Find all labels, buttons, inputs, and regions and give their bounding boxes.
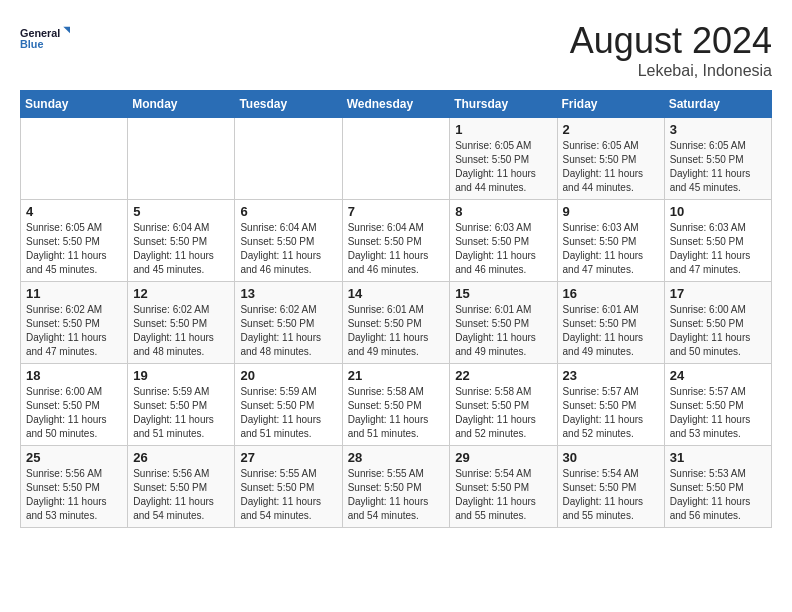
weekday-header-tuesday: Tuesday xyxy=(235,91,342,118)
day-number: 29 xyxy=(455,450,551,465)
weekday-header-wednesday: Wednesday xyxy=(342,91,450,118)
calendar-cell: 27Sunrise: 5:55 AM Sunset: 5:50 PM Dayli… xyxy=(235,446,342,528)
calendar-cell: 4Sunrise: 6:05 AM Sunset: 5:50 PM Daylig… xyxy=(21,200,128,282)
title-block: August 2024 Lekebai, Indonesia xyxy=(570,20,772,80)
day-info: Sunrise: 6:04 AM Sunset: 5:50 PM Dayligh… xyxy=(133,221,229,277)
calendar-cell: 22Sunrise: 5:58 AM Sunset: 5:50 PM Dayli… xyxy=(450,364,557,446)
day-info: Sunrise: 6:05 AM Sunset: 5:50 PM Dayligh… xyxy=(563,139,659,195)
calendar-cell: 20Sunrise: 5:59 AM Sunset: 5:50 PM Dayli… xyxy=(235,364,342,446)
calendar-cell xyxy=(128,118,235,200)
day-info: Sunrise: 5:54 AM Sunset: 5:50 PM Dayligh… xyxy=(563,467,659,523)
day-info: Sunrise: 6:02 AM Sunset: 5:50 PM Dayligh… xyxy=(133,303,229,359)
day-number: 3 xyxy=(670,122,766,137)
weekday-header-friday: Friday xyxy=(557,91,664,118)
day-number: 16 xyxy=(563,286,659,301)
day-number: 2 xyxy=(563,122,659,137)
calendar-cell xyxy=(21,118,128,200)
day-number: 27 xyxy=(240,450,336,465)
weekday-header-row: SundayMondayTuesdayWednesdayThursdayFrid… xyxy=(21,91,772,118)
day-info: Sunrise: 5:58 AM Sunset: 5:50 PM Dayligh… xyxy=(348,385,445,441)
day-info: Sunrise: 5:54 AM Sunset: 5:50 PM Dayligh… xyxy=(455,467,551,523)
day-number: 1 xyxy=(455,122,551,137)
calendar-cell: 18Sunrise: 6:00 AM Sunset: 5:50 PM Dayli… xyxy=(21,364,128,446)
day-number: 12 xyxy=(133,286,229,301)
day-number: 17 xyxy=(670,286,766,301)
calendar-week-2: 4Sunrise: 6:05 AM Sunset: 5:50 PM Daylig… xyxy=(21,200,772,282)
day-info: Sunrise: 6:03 AM Sunset: 5:50 PM Dayligh… xyxy=(455,221,551,277)
calendar-cell: 21Sunrise: 5:58 AM Sunset: 5:50 PM Dayli… xyxy=(342,364,450,446)
day-info: Sunrise: 5:55 AM Sunset: 5:50 PM Dayligh… xyxy=(348,467,445,523)
day-info: Sunrise: 6:02 AM Sunset: 5:50 PM Dayligh… xyxy=(240,303,336,359)
calendar-cell: 7Sunrise: 6:04 AM Sunset: 5:50 PM Daylig… xyxy=(342,200,450,282)
calendar-cell: 5Sunrise: 6:04 AM Sunset: 5:50 PM Daylig… xyxy=(128,200,235,282)
logo: General Blue xyxy=(20,20,70,60)
day-info: Sunrise: 5:53 AM Sunset: 5:50 PM Dayligh… xyxy=(670,467,766,523)
day-number: 26 xyxy=(133,450,229,465)
calendar-cell: 6Sunrise: 6:04 AM Sunset: 5:50 PM Daylig… xyxy=(235,200,342,282)
calendar-cell: 10Sunrise: 6:03 AM Sunset: 5:50 PM Dayli… xyxy=(664,200,771,282)
calendar-week-5: 25Sunrise: 5:56 AM Sunset: 5:50 PM Dayli… xyxy=(21,446,772,528)
weekday-header-saturday: Saturday xyxy=(664,91,771,118)
calendar-cell: 19Sunrise: 5:59 AM Sunset: 5:50 PM Dayli… xyxy=(128,364,235,446)
calendar-cell: 30Sunrise: 5:54 AM Sunset: 5:50 PM Dayli… xyxy=(557,446,664,528)
day-number: 7 xyxy=(348,204,445,219)
calendar-cell: 24Sunrise: 5:57 AM Sunset: 5:50 PM Dayli… xyxy=(664,364,771,446)
logo-svg: General Blue xyxy=(20,20,70,60)
day-info: Sunrise: 6:03 AM Sunset: 5:50 PM Dayligh… xyxy=(563,221,659,277)
day-info: Sunrise: 6:05 AM Sunset: 5:50 PM Dayligh… xyxy=(455,139,551,195)
svg-text:General: General xyxy=(20,27,60,39)
day-number: 31 xyxy=(670,450,766,465)
day-info: Sunrise: 5:59 AM Sunset: 5:50 PM Dayligh… xyxy=(133,385,229,441)
weekday-header-thursday: Thursday xyxy=(450,91,557,118)
calendar-cell: 23Sunrise: 5:57 AM Sunset: 5:50 PM Dayli… xyxy=(557,364,664,446)
calendar-cell: 17Sunrise: 6:00 AM Sunset: 5:50 PM Dayli… xyxy=(664,282,771,364)
calendar-cell: 15Sunrise: 6:01 AM Sunset: 5:50 PM Dayli… xyxy=(450,282,557,364)
day-info: Sunrise: 6:02 AM Sunset: 5:50 PM Dayligh… xyxy=(26,303,122,359)
month-title: August 2024 xyxy=(570,20,772,62)
calendar-cell: 1Sunrise: 6:05 AM Sunset: 5:50 PM Daylig… xyxy=(450,118,557,200)
calendar-cell: 26Sunrise: 5:56 AM Sunset: 5:50 PM Dayli… xyxy=(128,446,235,528)
day-number: 25 xyxy=(26,450,122,465)
calendar-cell xyxy=(235,118,342,200)
day-info: Sunrise: 6:00 AM Sunset: 5:50 PM Dayligh… xyxy=(26,385,122,441)
day-info: Sunrise: 6:00 AM Sunset: 5:50 PM Dayligh… xyxy=(670,303,766,359)
day-number: 9 xyxy=(563,204,659,219)
day-number: 23 xyxy=(563,368,659,383)
calendar-cell: 12Sunrise: 6:02 AM Sunset: 5:50 PM Dayli… xyxy=(128,282,235,364)
calendar-cell: 31Sunrise: 5:53 AM Sunset: 5:50 PM Dayli… xyxy=(664,446,771,528)
weekday-header-monday: Monday xyxy=(128,91,235,118)
day-number: 19 xyxy=(133,368,229,383)
calendar-cell: 8Sunrise: 6:03 AM Sunset: 5:50 PM Daylig… xyxy=(450,200,557,282)
day-number: 8 xyxy=(455,204,551,219)
calendar-cell xyxy=(342,118,450,200)
day-info: Sunrise: 5:58 AM Sunset: 5:50 PM Dayligh… xyxy=(455,385,551,441)
day-info: Sunrise: 6:01 AM Sunset: 5:50 PM Dayligh… xyxy=(455,303,551,359)
day-info: Sunrise: 5:57 AM Sunset: 5:50 PM Dayligh… xyxy=(670,385,766,441)
day-number: 30 xyxy=(563,450,659,465)
day-number: 24 xyxy=(670,368,766,383)
day-number: 20 xyxy=(240,368,336,383)
day-info: Sunrise: 5:56 AM Sunset: 5:50 PM Dayligh… xyxy=(26,467,122,523)
day-number: 18 xyxy=(26,368,122,383)
calendar-table: SundayMondayTuesdayWednesdayThursdayFrid… xyxy=(20,90,772,528)
calendar-cell: 28Sunrise: 5:55 AM Sunset: 5:50 PM Dayli… xyxy=(342,446,450,528)
day-info: Sunrise: 6:03 AM Sunset: 5:50 PM Dayligh… xyxy=(670,221,766,277)
calendar-cell: 13Sunrise: 6:02 AM Sunset: 5:50 PM Dayli… xyxy=(235,282,342,364)
day-number: 15 xyxy=(455,286,551,301)
calendar-week-1: 1Sunrise: 6:05 AM Sunset: 5:50 PM Daylig… xyxy=(21,118,772,200)
weekday-header-sunday: Sunday xyxy=(21,91,128,118)
calendar-cell: 29Sunrise: 5:54 AM Sunset: 5:50 PM Dayli… xyxy=(450,446,557,528)
svg-marker-2 xyxy=(63,27,70,35)
calendar-cell: 14Sunrise: 6:01 AM Sunset: 5:50 PM Dayli… xyxy=(342,282,450,364)
location-subtitle: Lekebai, Indonesia xyxy=(570,62,772,80)
day-info: Sunrise: 6:05 AM Sunset: 5:50 PM Dayligh… xyxy=(670,139,766,195)
calendar-cell: 11Sunrise: 6:02 AM Sunset: 5:50 PM Dayli… xyxy=(21,282,128,364)
calendar-cell: 25Sunrise: 5:56 AM Sunset: 5:50 PM Dayli… xyxy=(21,446,128,528)
day-number: 11 xyxy=(26,286,122,301)
day-info: Sunrise: 5:59 AM Sunset: 5:50 PM Dayligh… xyxy=(240,385,336,441)
day-number: 6 xyxy=(240,204,336,219)
day-info: Sunrise: 6:01 AM Sunset: 5:50 PM Dayligh… xyxy=(563,303,659,359)
day-number: 28 xyxy=(348,450,445,465)
day-number: 14 xyxy=(348,286,445,301)
calendar-cell: 9Sunrise: 6:03 AM Sunset: 5:50 PM Daylig… xyxy=(557,200,664,282)
